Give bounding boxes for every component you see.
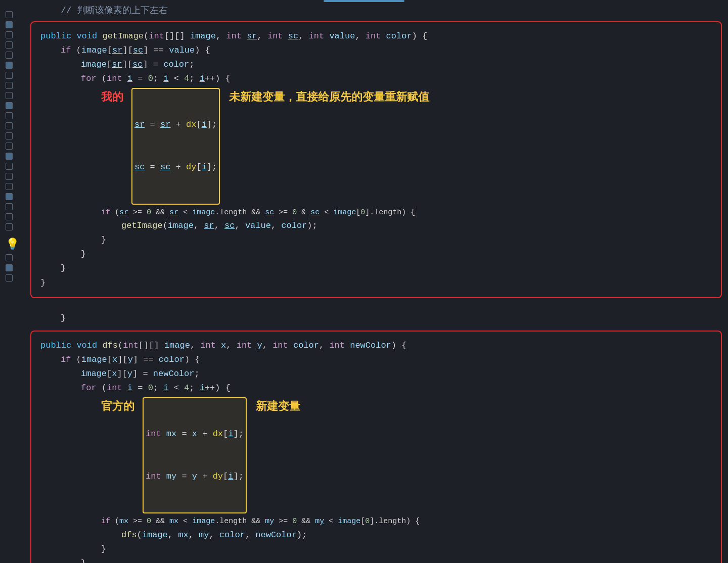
dfs-line-4: for ( int i = 0 ; i < 4 ; i ++) {: [40, 381, 712, 395]
bracket-len: ].length) {: [365, 207, 415, 219]
v-color-d4: color: [219, 528, 245, 542]
sc-line: sc = sc + dy [ i ];: [134, 160, 217, 174]
highlight-sr-sc: sr = sr + dx [ i ]; sc = sc +: [131, 88, 220, 204]
keyword-if2: if: [101, 207, 110, 219]
lt2: <: [178, 207, 192, 219]
space: [71, 29, 76, 43]
type-int4: int: [309, 29, 325, 43]
space: [324, 29, 329, 43]
var-image2: image: [81, 43, 107, 58]
gutter-icon-6: [6, 62, 13, 69]
code-line-11: }: [40, 261, 712, 275]
var-sc5: sc: [160, 160, 170, 174]
var-sc3: sc: [132, 58, 143, 72]
p-color-d: color: [293, 339, 319, 353]
kw-void2: void: [76, 339, 97, 353]
v-i-d3: i: [200, 381, 205, 395]
lt: <: [168, 72, 184, 86]
v-mx3: mx: [169, 515, 178, 528]
v-image-len-d: image: [192, 515, 215, 528]
p-x: x: [221, 339, 226, 353]
var-sc4: sc: [134, 160, 145, 174]
kw-public2: public: [40, 339, 71, 353]
keyword-public: public: [40, 29, 71, 43]
v-y-my: y: [192, 470, 197, 484]
keyword-void: void: [76, 29, 97, 43]
n0-d4: 0: [365, 515, 370, 528]
mx-line: int mx = x + dx [ i ];: [146, 427, 244, 441]
close-paren-brace: ) {: [412, 29, 428, 43]
p-image-d: image: [164, 339, 190, 353]
gutter-icon-22: [6, 223, 13, 230]
var-i3: i: [200, 72, 205, 86]
code-line-4: for ( int i = 0 ; i < 4 ; i ++) {: [40, 72, 712, 86]
v-mx2: mx: [119, 515, 128, 528]
v-sc7: sc: [310, 207, 320, 219]
dfs-line-3: image [ x ][ y ] = newColor ;: [40, 367, 712, 381]
comma4: ,: [235, 219, 245, 233]
gutter-icon-21: [6, 213, 13, 220]
var-i4: i: [202, 118, 207, 132]
dfs-line-7: if ( mx >= 0 && mx < image .length && my…: [40, 515, 712, 528]
v-sr7: sr: [169, 207, 178, 219]
var-sr5: sr: [160, 118, 170, 132]
code-line-9: }: [40, 233, 712, 247]
v-mx: mx: [166, 427, 176, 441]
dfs-line-9: }: [40, 542, 712, 556]
kw-int-d2: int: [200, 339, 216, 353]
comma2: ,: [194, 219, 204, 233]
v-image2b: image: [333, 207, 356, 219]
lightbulb-icon[interactable]: 💡: [6, 238, 19, 251]
v-y3: y: [127, 367, 132, 381]
bracket-sr3: [: [107, 58, 112, 72]
main-content: // 判断该像素的上下左右 public void getImage ( int…: [24, 0, 728, 563]
close-if: ) {: [195, 43, 210, 58]
keyword-for: for: [81, 72, 97, 86]
code-line-56-wrapper: 我的 sr = sr + dx [ i ]; sc: [40, 88, 712, 204]
gutter-icon-5: [6, 52, 13, 59]
p-y: y: [257, 339, 262, 353]
v-image0-d: image: [338, 515, 360, 528]
v-i-d: i: [127, 381, 132, 395]
bracket-close: ][: [122, 43, 132, 58]
v-color4: color: [281, 219, 307, 233]
n0-d3: 0: [292, 515, 297, 528]
bracket-close-i2: ];: [207, 160, 217, 174]
kw-int-d1: int: [123, 339, 139, 353]
bracket-0: [: [356, 207, 360, 219]
type-int: int: [149, 29, 164, 43]
kw-int-d5: int: [329, 339, 345, 353]
var-color3: color: [163, 58, 189, 72]
gutter-icon-14: [6, 143, 13, 150]
v-dx-d: dx: [213, 427, 223, 441]
v-my2: my: [265, 515, 274, 528]
eq-sc: =: [145, 160, 160, 174]
code-line-8: getImage ( image , sr , sc , value , col…: [40, 219, 712, 233]
var-sr2: sr: [112, 43, 122, 58]
var-i5: i: [202, 160, 207, 174]
and1: &&: [151, 207, 169, 219]
var-dy: dy: [186, 160, 196, 174]
n4-d: 4: [184, 381, 189, 395]
v-sr8: sr: [204, 219, 214, 233]
v-value4: value: [245, 219, 271, 233]
code-line-10: }: [40, 247, 712, 261]
v-image-d4: image: [142, 528, 168, 542]
p-newcolor: newColor: [350, 339, 391, 353]
semicolon-for: ;: [153, 72, 163, 86]
v-my: my: [166, 470, 176, 484]
space-for: (: [97, 72, 107, 86]
gutter-icon-23: [6, 254, 13, 261]
v-sc8: sc: [224, 219, 235, 233]
gutter-icons: 💡: [6, 5, 19, 282]
var-sc2: sc: [133, 43, 143, 58]
comma: ,: [298, 29, 308, 43]
v-i-d2: i: [163, 381, 168, 395]
space: [242, 29, 247, 43]
dfs-line-1: public void dfs ( int [][] image , int x…: [40, 339, 712, 353]
gutter-icon-3: [6, 31, 13, 38]
gutter-icon-20: [6, 203, 13, 210]
my-line: int my = y + dy [ i ];: [146, 470, 244, 484]
bracket-i: [: [196, 118, 201, 132]
semicolon3: ;: [189, 58, 194, 72]
